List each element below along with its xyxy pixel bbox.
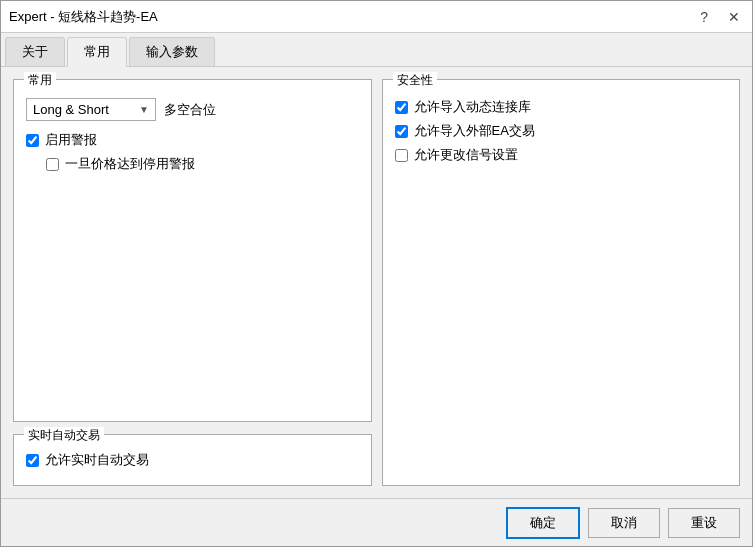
enable-alert-label: 启用警报: [45, 131, 97, 149]
realtime-section-content: 允许实时自动交易: [26, 451, 359, 469]
enable-alert-checkbox[interactable]: [26, 134, 39, 147]
help-button[interactable]: ?: [696, 9, 712, 25]
import-lib-checkbox[interactable]: [395, 101, 408, 114]
confirm-button[interactable]: 确定: [506, 507, 580, 539]
common-panel: 常用 Long & Short ▼ 多空合位 启用警报: [13, 79, 372, 422]
tab-common[interactable]: 常用: [67, 37, 127, 67]
tab-input-params[interactable]: 输入参数: [129, 37, 215, 66]
window-title: Expert - 短线格斗趋势-EA: [9, 8, 158, 26]
close-button[interactable]: ✕: [724, 9, 744, 25]
dropdown-value: Long & Short: [33, 102, 109, 117]
change-signal-label: 允许更改信号设置: [414, 146, 518, 164]
reset-button[interactable]: 重设: [668, 508, 740, 538]
dropdown-row: Long & Short ▼ 多空合位: [26, 98, 359, 121]
main-content: 常用 Long & Short ▼ 多空合位 启用警报: [1, 67, 752, 498]
enable-alert-row: 启用警报: [26, 131, 359, 149]
main-window: Expert - 短线格斗趋势-EA ? ✕ 关于 常用 输入参数 常用: [0, 0, 753, 547]
security-panel-title: 安全性: [393, 72, 437, 89]
change-signal-checkbox[interactable]: [395, 149, 408, 162]
tab-about[interactable]: 关于: [5, 37, 65, 66]
import-ext-label: 允许导入外部EA交易: [414, 122, 535, 140]
import-ext-row: 允许导入外部EA交易: [395, 122, 728, 140]
security-panel-content: 允许导入动态连接库 允许导入外部EA交易 允许更改信号设置: [395, 98, 728, 164]
sub-alert-label: 一旦价格达到停用警报: [65, 155, 195, 173]
title-bar: Expert - 短线格斗趋势-EA ? ✕: [1, 1, 752, 33]
footer: 确定 取消 重设: [1, 498, 752, 546]
import-ext-checkbox[interactable]: [395, 125, 408, 138]
tab-bar: 关于 常用 输入参数: [1, 33, 752, 67]
common-panel-title: 常用: [24, 72, 56, 89]
long-short-dropdown[interactable]: Long & Short ▼: [26, 98, 156, 121]
right-column: 安全性 允许导入动态连接库 允许导入外部EA交易 允许更改信号设置: [382, 79, 741, 486]
allow-realtime-label: 允许实时自动交易: [45, 451, 149, 469]
security-panel: 安全性 允许导入动态连接库 允许导入外部EA交易 允许更改信号设置: [382, 79, 741, 486]
import-lib-row: 允许导入动态连接库: [395, 98, 728, 116]
left-column: 常用 Long & Short ▼ 多空合位 启用警报: [13, 79, 372, 486]
allow-realtime-row: 允许实时自动交易: [26, 451, 359, 469]
realtime-section-title: 实时自动交易: [24, 427, 104, 444]
cancel-button[interactable]: 取消: [588, 508, 660, 538]
common-panel-content: Long & Short ▼ 多空合位 启用警报 一旦价格达到停用警报: [26, 98, 359, 173]
title-bar-controls: ? ✕: [696, 9, 744, 25]
sub-alert-checkbox[interactable]: [46, 158, 59, 171]
dropdown-arrow-icon: ▼: [139, 104, 149, 115]
sub-alert-row: 一旦价格达到停用警报: [46, 155, 359, 173]
import-lib-label: 允许导入动态连接库: [414, 98, 531, 116]
change-signal-row: 允许更改信号设置: [395, 146, 728, 164]
allow-realtime-checkbox[interactable]: [26, 454, 39, 467]
dropdown-label: 多空合位: [164, 101, 216, 119]
realtime-section: 实时自动交易 允许实时自动交易: [13, 434, 372, 486]
